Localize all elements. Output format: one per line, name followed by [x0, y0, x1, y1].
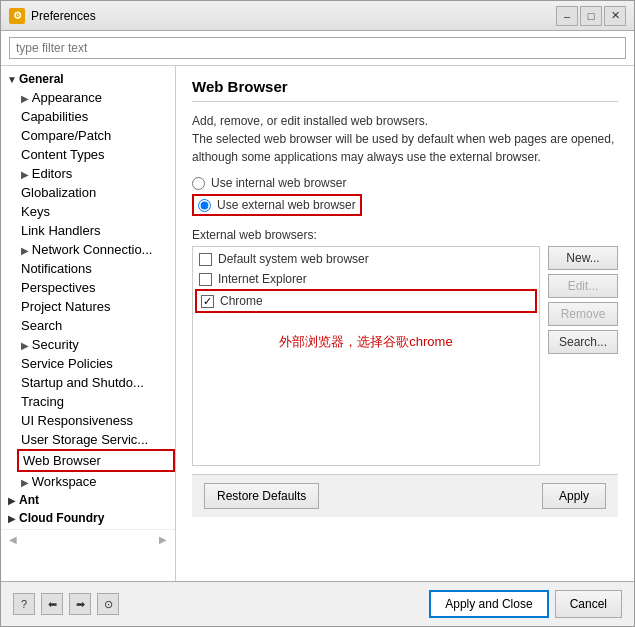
- radio-internal-row[interactable]: Use internal web browser: [192, 176, 618, 190]
- sidebar-item-editors[interactable]: ▶ Editors: [17, 164, 175, 183]
- sidebar-item-capabilities[interactable]: Capabilities: [17, 107, 175, 126]
- sidebar-item-startup[interactable]: Startup and Shutdo...: [17, 373, 175, 392]
- sidebar-item-ui-responsiveness[interactable]: UI Responsiveness: [17, 411, 175, 430]
- arrow-icon: ▶: [21, 93, 32, 104]
- new-button[interactable]: New...: [548, 246, 618, 270]
- general-group-label: General: [19, 72, 64, 86]
- maximize-button[interactable]: □: [580, 6, 602, 26]
- sidebar-item-globalization[interactable]: Globalization: [17, 183, 175, 202]
- general-children: ▶ Appearance Capabilities Compare/Patch …: [1, 88, 175, 491]
- sidebar-group-general-header[interactable]: ▼ General: [1, 70, 175, 88]
- checkbox-ie[interactable]: [199, 273, 212, 286]
- scroll-right-icon[interactable]: ▶: [159, 534, 167, 545]
- preferences-dialog: ⚙ Preferences – □ ✕ ▼ General: [0, 0, 635, 627]
- arrow-icon-security: ▶: [21, 340, 32, 351]
- title-bar: ⚙ Preferences – □ ✕: [1, 1, 634, 31]
- radio-external-row[interactable]: Use external web browser: [192, 194, 362, 216]
- edit-button[interactable]: Edit...: [548, 274, 618, 298]
- apply-button[interactable]: Apply: [542, 483, 606, 509]
- arrow-icon-network: ▶: [21, 245, 32, 256]
- sidebar-item-keys[interactable]: Keys: [17, 202, 175, 221]
- toggle-right-cf-icon: ▶: [5, 511, 19, 525]
- sidebar-item-perspectives[interactable]: Perspectives: [17, 278, 175, 297]
- window-controls: – □ ✕: [556, 6, 626, 26]
- radio-internal[interactable]: [192, 177, 205, 190]
- checkbox-chrome[interactable]: ✓: [201, 295, 214, 308]
- dialog-icon: ⚙: [9, 8, 25, 24]
- dialog-title: Preferences: [31, 9, 96, 23]
- browser-name-default: Default system web browser: [218, 252, 369, 266]
- panel-title: Web Browser: [192, 78, 618, 102]
- sidebar-group-cloud-foundry: ▶ Cloud Foundry: [1, 509, 175, 527]
- browser-action-buttons: New... Edit... Remove Search...: [548, 246, 618, 466]
- cancel-button[interactable]: Cancel: [555, 590, 622, 618]
- sidebar-item-network[interactable]: ▶ Network Connectio...: [17, 240, 175, 259]
- external-browsers-label: External web browsers:: [192, 228, 618, 242]
- search-button[interactable]: Search...: [548, 330, 618, 354]
- close-button[interactable]: ✕: [604, 6, 626, 26]
- right-panel: Web Browser Add, remove, or edit install…: [176, 66, 634, 581]
- radio-external-label: Use external web browser: [217, 198, 356, 212]
- sidebar-item-user-storage[interactable]: User Storage Servic...: [17, 430, 175, 449]
- sidebar-item-workspace[interactable]: ▶ Workspace: [17, 472, 175, 491]
- panel-bottom-buttons: Restore Defaults Apply: [192, 474, 618, 517]
- browser-name-ie: Internet Explorer: [218, 272, 307, 286]
- sidebar: ▼ General ▶ Appearance Capabilities Comp…: [1, 66, 176, 581]
- browser-item-chrome[interactable]: ✓ Chrome: [195, 289, 537, 313]
- radio-group: Use internal web browser Use external we…: [192, 176, 618, 220]
- browser-item-default[interactable]: Default system web browser: [195, 249, 537, 269]
- minimize-button[interactable]: –: [556, 6, 578, 26]
- browser-list: Default system web browser Internet Expl…: [192, 246, 540, 466]
- sidebar-item-search[interactable]: Search: [17, 316, 175, 335]
- sidebar-item-service-policies[interactable]: Service Policies: [17, 354, 175, 373]
- radio-internal-label: Use internal web browser: [211, 176, 346, 190]
- help-icon[interactable]: ?: [13, 593, 35, 615]
- settings-icon[interactable]: ⊙: [97, 593, 119, 615]
- browser-list-area: Default system web browser Internet Expl…: [192, 246, 618, 466]
- dialog-footer: ? ⬅ ➡ ⊙ Apply and Close Cancel: [1, 581, 634, 626]
- search-input[interactable]: [9, 37, 626, 59]
- sidebar-item-appearance[interactable]: ▶ Appearance: [17, 88, 175, 107]
- scroll-left-icon[interactable]: ◀: [9, 534, 17, 545]
- ant-group-label: Ant: [19, 493, 39, 507]
- sidebar-item-notifications[interactable]: Notifications: [17, 259, 175, 278]
- main-content: ▼ General ▶ Appearance Capabilities Comp…: [1, 66, 634, 581]
- sidebar-group-ant-header[interactable]: ▶ Ant: [1, 491, 175, 509]
- remove-button[interactable]: Remove: [548, 302, 618, 326]
- cloud-foundry-group-label: Cloud Foundry: [19, 511, 104, 525]
- search-bar-container: [1, 31, 634, 66]
- back-icon[interactable]: ⬅: [41, 593, 63, 615]
- apply-and-close-button[interactable]: Apply and Close: [429, 590, 548, 618]
- checkbox-default[interactable]: [199, 253, 212, 266]
- arrow-icon-editors: ▶: [21, 169, 32, 180]
- sidebar-item-content-types[interactable]: Content Types: [17, 145, 175, 164]
- sidebar-item-project-natures[interactable]: Project Natures: [17, 297, 175, 316]
- sidebar-group-ant: ▶ Ant: [1, 491, 175, 509]
- sidebar-item-compare-patch[interactable]: Compare/Patch: [17, 126, 175, 145]
- restore-defaults-button[interactable]: Restore Defaults: [204, 483, 319, 509]
- radio-external[interactable]: [198, 199, 211, 212]
- annotation-text: 外部浏览器，选择谷歌chrome: [195, 313, 537, 371]
- sidebar-item-link-handlers[interactable]: Link Handlers: [17, 221, 175, 240]
- sidebar-scroll-controls: ◀ ▶: [1, 529, 175, 549]
- sidebar-item-tracing[interactable]: Tracing: [17, 392, 175, 411]
- arrow-icon-workspace: ▶: [21, 477, 32, 488]
- sidebar-item-security[interactable]: ▶ Security: [17, 335, 175, 354]
- forward-icon[interactable]: ➡: [69, 593, 91, 615]
- toggle-down-icon: ▼: [5, 72, 19, 86]
- footer-right-buttons: Apply and Close Cancel: [429, 590, 622, 618]
- sidebar-group-cloud-foundry-header[interactable]: ▶ Cloud Foundry: [1, 509, 175, 527]
- panel-description: Add, remove, or edit installed web brows…: [192, 112, 618, 166]
- sidebar-group-general: ▼ General ▶ Appearance Capabilities Comp…: [1, 70, 175, 491]
- toggle-right-ant-icon: ▶: [5, 493, 19, 507]
- browser-item-ie[interactable]: Internet Explorer: [195, 269, 537, 289]
- browser-name-chrome: Chrome: [220, 294, 263, 308]
- checkmark-chrome: ✓: [203, 295, 212, 308]
- footer-icons: ? ⬅ ➡ ⊙: [13, 593, 119, 615]
- sidebar-item-web-browser[interactable]: Web Browser: [17, 449, 175, 472]
